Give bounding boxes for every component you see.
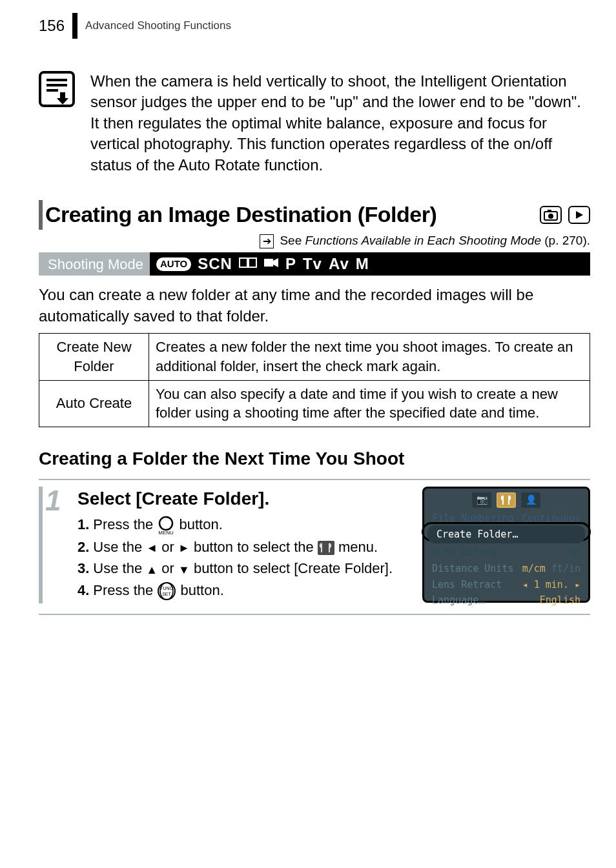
list-item: 4. Press the FUNCSET button. [77,581,412,601]
svg-rect-5 [60,92,65,99]
svg-rect-17 [318,541,334,555]
mode-stitch-icon [239,256,257,273]
shooting-mode-bar: Shooting Mode AUTO SCN P Tv Av M [39,252,590,276]
svg-marker-10 [576,211,583,219]
substep-text: Press the [93,516,157,532]
screen-highlight-ring: Create Folder… [422,522,591,541]
screen-value: On [569,547,580,560]
substep-text: menu. [338,539,378,555]
step-number-col: 1 [39,487,67,604]
option-label: Auto Create [39,380,149,427]
substep-text: button. [181,582,224,598]
see-suffix: (p. 270). [541,234,590,247]
option-desc: You can also specify a date and time if … [149,380,590,427]
shooting-mode-label: Shooting Mode [39,255,150,274]
substep-text: Press the [93,582,157,598]
svg-point-18 [158,583,175,600]
left-arrow-icon: ◄ [146,540,158,556]
page-number: 156 [39,15,65,36]
right-arrow-icon: ► [178,540,190,556]
screen-label: Language… [432,594,484,607]
see-reference: ➔ See Functions Available in Each Shooti… [39,232,590,249]
screen-row: Auto Rotate On [428,545,584,561]
shooting-mode-icons: AUTO SCN P Tv Av M [150,252,590,276]
step-block: 1 Select [Create Folder]. 1. Press the M… [39,479,590,616]
mode-movie-icon [263,256,279,273]
svg-text:FUNC: FUNC [161,586,173,590]
heading-title: Creating an Image Destination (Folder) [45,200,533,230]
see-link-title: Functions Available in Each Shooting Mod… [305,234,541,247]
substep-text: or [161,539,178,555]
mode-p-icon: P [285,254,296,274]
subheading: Creating a Folder the Next Time You Shoo… [39,447,590,471]
menu-button-icon: MENU [157,516,175,535]
page-header: 156 Advanced Shooting Functions [39,13,590,39]
screen-value-selected: m/cm [522,563,546,574]
substep-number: 1. [77,515,89,534]
tools-tab-icon [318,541,334,555]
orientation-note-icon [39,71,75,176]
screen-tab-person-icon: 👤 [521,492,540,508]
substep-number: 2. [77,538,89,557]
substep-text: or [161,560,178,576]
header-divider [72,13,77,39]
screen-tabs: 📷 👤 [428,492,584,508]
screen-value: 1 min. [534,579,569,590]
screen-tab-tools-icon [497,492,516,508]
note-text: When the camera is held vertically to sh… [90,71,590,176]
arrow-right-icon: ➔ [260,234,274,248]
step-title: Select [Create Folder]. [77,487,412,511]
mode-auto-icon: AUTO [156,257,191,270]
list-item: 2. Use the ◄ or ► button to select the m… [77,538,412,557]
screen-value: ft/in [551,563,580,574]
screen-label: Lens Retract [432,578,502,591]
heading-row: Creating an Image Destination (Folder) [39,200,590,230]
mode-av-icon: Av [329,254,349,274]
svg-point-9 [548,214,553,219]
table-row: Auto Create You can also specify a date … [39,380,590,427]
camera-mode-icon [540,206,562,224]
screen-row: Language… English [428,592,584,608]
see-prefix: See [280,234,305,247]
up-arrow-icon: ▲ [146,562,158,578]
substep-number: 4. [77,581,89,600]
down-arrow-icon: ▼ [178,562,190,578]
screen-tab-camera-icon: 📷 [472,492,491,508]
table-row: Create New Folder Creates a new folder t… [39,334,590,380]
svg-rect-8 [548,210,551,212]
substep-text: Use the [93,539,146,555]
mode-m-icon: M [356,254,369,274]
option-label: Create New Folder [39,334,149,380]
mode-scn-icon: SCN [198,254,232,274]
step-number: 1 [45,487,67,515]
screen-row: Lens Retract ◂ 1 min. ▸ [428,577,584,592]
substep-text: Use the [93,560,146,576]
svg-rect-13 [264,259,273,267]
mode-tv-icon: Tv [303,254,322,274]
substep-text: button. [180,516,223,532]
intro-text: You can create a new folder at any time … [39,285,590,327]
substep-text: button to select the [194,539,318,555]
svg-text:SET: SET [163,592,172,596]
screen-label: Distance Units [432,562,513,575]
section-title: Advanced Shooting Functions [85,19,231,34]
svg-point-19 [160,583,173,600]
substep-number: 3. [77,559,89,578]
svg-text:MENU: MENU [159,530,174,535]
playback-mode-icon [568,206,590,224]
note-block: When the camera is held vertically to sh… [39,71,590,176]
step-list: 1. Press the MENU button. 2. Use the ◄ o… [77,515,412,601]
list-item: 1. Press the MENU button. [77,515,412,535]
substep-text: button to select [Create Folder]. [194,560,393,576]
func-set-button-icon: FUNCSET [157,581,176,601]
camera-screen-preview: 📷 👤 File Numbering Continuous Create Fol… [422,487,590,603]
screen-row: Distance Units m/cm ft/in [428,561,584,576]
svg-marker-6 [57,99,68,105]
options-table: Create New Folder Creates a new folder t… [39,333,590,427]
screen-label: Auto Rotate [432,547,496,560]
screen-value: English [540,594,580,607]
svg-point-15 [159,517,172,530]
option-desc: Creates a new folder the next time you s… [149,334,590,380]
svg-marker-14 [273,258,278,267]
list-item: 3. Use the ▲ or ▼ button to select [Crea… [77,559,412,578]
